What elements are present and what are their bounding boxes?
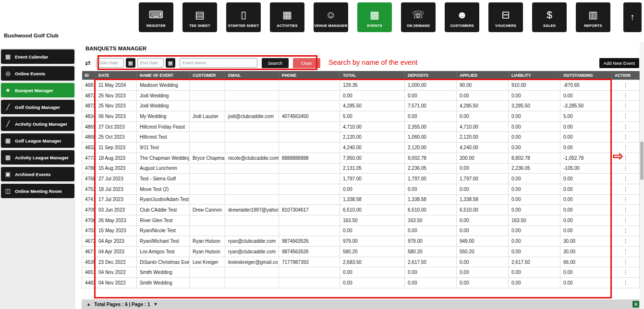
toolbar-button[interactable]: ▯ STARTER SHEET <box>226 2 261 32</box>
row-actions-kebab-icon[interactable]: ⋮ <box>623 103 628 108</box>
row-actions-kebab-icon[interactable]: ⋮ <box>623 93 628 98</box>
cell-customer <box>190 278 225 288</box>
add-new-event-button[interactable]: Add New Event <box>599 58 639 68</box>
row-actions-kebab-icon[interactable]: ⋮ <box>623 144 628 150</box>
cell-outstanding: 0.00 <box>560 278 612 288</box>
toolbar-button[interactable]: ▩ EVENTS <box>357 2 392 32</box>
toolbar-button[interactable]: ☺ VENUE MANAGER <box>314 2 348 32</box>
row-actions-kebab-icon[interactable]: ⋮ <box>623 249 628 254</box>
table-row[interactable]: 4872 25 Nov 2023 Jodi Wedding 4,285.50 7… <box>82 101 640 111</box>
row-actions-kebab-icon[interactable]: ⋮ <box>623 207 628 213</box>
row-actions-kebab-icon[interactable]: ⋮ <box>623 176 628 181</box>
table-row[interactable]: 4869 27 Oct 2023 Hillcrest Friday Feast … <box>82 121 640 132</box>
row-actions-kebab-icon[interactable]: ⋮ <box>623 124 628 130</box>
table-row[interactable]: 4753 18 Jul 2023 Move Test (2) 0.00 0.00… <box>82 184 640 194</box>
cell-customer <box>190 101 225 111</box>
event-name-input[interactable] <box>180 58 257 68</box>
sidebar-item[interactable]: ╱ Activity Outing Manager <box>1 117 74 131</box>
table-row[interactable]: 4868 25 Oct 2023 Hillcrest Test 2,120.00… <box>82 132 640 143</box>
table-row[interactable]: 4671 04 Apr 2023 Los Amigos Test Ryan Hu… <box>82 247 640 257</box>
cell-email: lexlexkreiger@gmail.co <box>225 257 279 267</box>
scrollbar-thumb[interactable] <box>640 142 644 180</box>
page-next-icon[interactable]: ▼ <box>153 302 158 307</box>
toolbar-button[interactable]: ▦ ACTIVITIES <box>270 2 304 32</box>
row-actions-kebab-icon[interactable]: ⋮ <box>623 238 628 244</box>
sidebar-item[interactable]: ◎ Online Events <box>1 66 74 81</box>
row-actions-kebab-icon[interactable]: ⋮ <box>623 227 628 233</box>
table-row[interactable]: 4706 26 May 2023 River Glen Test 163.50 … <box>82 215 640 226</box>
start-date-calendar-button[interactable]: ▦ <box>126 58 135 68</box>
row-actions-kebab-icon[interactable]: ⋮ <box>623 155 628 161</box>
column-header: LIABILITY <box>509 71 560 80</box>
table-row[interactable]: 4834 06 Nov 2023 My Wedding Jodi Lauzier… <box>82 111 640 122</box>
cell-total: 0.00 <box>340 267 405 278</box>
cell-customer <box>190 132 225 143</box>
table-row[interactable]: 4873 25 Nov 2023 Jodi Wedding 0.00 0.00 … <box>82 90 640 101</box>
toolbar-button[interactable]: ⌨ REGISTER <box>139 2 173 32</box>
sidebar-item[interactable]: ╱ Golf Outing Manager <box>1 100 74 114</box>
table-row[interactable]: 4788 15 Aug 2023 August Luncheon 2,131.0… <box>82 163 640 174</box>
clear-button[interactable]: Clear <box>293 58 320 68</box>
cell-outstanding: 0.00 <box>560 226 612 236</box>
table-row[interactable]: 4681 11 May 2024 Madison Wedding 129.35 … <box>82 80 640 91</box>
row-actions-kebab-icon[interactable]: ⋮ <box>623 186 628 192</box>
cell-id: 4872 <box>82 101 96 111</box>
table-row[interactable]: 4535 23 Dec 2022 DiSanto Christmas Eve E… <box>82 257 640 267</box>
sidebar-item[interactable]: ▦ Event Calendar <box>1 49 74 64</box>
row-actions-kebab-icon[interactable]: ⋮ <box>623 196 628 202</box>
table-row[interactable]: 4709 03 Jun 2023 Club CAddie Test Drew C… <box>82 205 640 215</box>
toolbar-button[interactable]: ▥ REPORTS <box>576 2 610 32</box>
table-row[interactable]: 4483 04 Nov 2022 Smith Wedding 0.00 0.00… <box>82 278 640 288</box>
table-row[interactable]: 4768 27 Jul 2023 Test - Sierra Golf 1,79… <box>82 174 640 184</box>
table-row[interactable]: 4773 18 Aug 2023 The Chapman Wedding Bry… <box>82 153 640 163</box>
cell-outstanding: 0.00 <box>560 132 612 143</box>
vertical-scrollbar[interactable] <box>640 42 644 309</box>
cell-liability: 0.00 <box>509 205 560 215</box>
sidebar-item[interactable]: ▦ Golf League Manager <box>1 133 74 148</box>
cell-outstanding: 30.00 <box>560 247 612 257</box>
table-row[interactable]: 4832 11 Sep 2023 9/11 Test 4,240.00 2,12… <box>82 143 640 153</box>
cell-email: ryan@clubcaddie.com <box>225 236 279 247</box>
row-actions-kebab-icon[interactable]: ⋮ <box>623 280 628 285</box>
sidebar-item[interactable]: ▣ Archived Events <box>1 167 74 181</box>
row-actions-kebab-icon[interactable]: ⋮ <box>623 82 628 88</box>
cell-phone: 8888888888 <box>279 153 340 163</box>
table-row[interactable]: 4672 04 Apr 2023 Ryan/Michael Test Ryan … <box>82 236 640 247</box>
refresh-icon[interactable]: ⇄ <box>85 59 91 67</box>
row-actions-kebab-icon[interactable]: ⋮ <box>623 259 628 265</box>
cell-deposits: 979.00 <box>405 236 457 247</box>
cell-liability: 3,285.50 <box>509 101 560 111</box>
cell-action: ⋮ <box>612 184 640 194</box>
start-date-input[interactable] <box>96 58 124 68</box>
row-actions-kebab-icon[interactable]: ⋮ <box>623 269 628 275</box>
sidebar-item[interactable]: ▦ Activity League Manager <box>1 150 74 165</box>
row-actions-kebab-icon[interactable]: ⋮ <box>623 217 628 223</box>
toolbar-button[interactable]: ⊟ VOUCHERS <box>488 2 523 32</box>
sidebar-item[interactable]: ★ Banquet Manager <box>1 83 74 97</box>
cell-date: 06 Nov 2023 <box>96 111 137 122</box>
toolbar-button[interactable]: $ SALES <box>532 2 567 32</box>
sidebar-item[interactable]: ◫ Online Meeting Room <box>1 184 74 198</box>
toolbar-button[interactable]: ☻ CUSTOMERS <box>445 2 479 32</box>
cell-total: 4,285.50 <box>340 101 405 111</box>
cell-outstanding: 0.00 <box>560 184 612 194</box>
end-date-calendar-button[interactable]: ▦ <box>166 58 175 68</box>
table-row[interactable]: 4651 04 Nov 2022 Smith Wedding 0.00 0.00… <box>82 267 640 278</box>
cell-email <box>225 226 279 236</box>
search-button[interactable]: Search <box>262 58 289 68</box>
cell-event-name: DiSanto Christmas Eve E <box>137 257 190 267</box>
toolbar-button[interactable]: ☏ ON DEMAND <box>401 2 436 32</box>
excel-export-icon[interactable]: X <box>632 301 639 308</box>
toolbar-button[interactable]: ▤ TEE SHEET <box>182 2 217 32</box>
cell-outstanding: -1,052.78 <box>560 153 612 163</box>
row-actions-kebab-icon[interactable]: ⋮ <box>623 113 628 119</box>
collapse-toolbar-button[interactable]: ↑ <box>623 2 642 32</box>
table-row[interactable]: 4741 17 Jul 2023 Ryan/Justin/Adam Test 1… <box>82 194 640 205</box>
cell-outstanding: 0.00 <box>560 194 612 205</box>
cell-applied: 0.00 <box>457 226 509 236</box>
end-date-input[interactable] <box>137 58 164 68</box>
row-actions-kebab-icon[interactable]: ⋮ <box>623 134 628 140</box>
table-row[interactable]: 4703 15 May 2023 Ryan/Nicole Test 0.00 0… <box>82 226 640 236</box>
page-prev-icon[interactable]: ▲ <box>86 302 91 307</box>
row-actions-kebab-icon[interactable]: ⋮ <box>623 165 628 171</box>
